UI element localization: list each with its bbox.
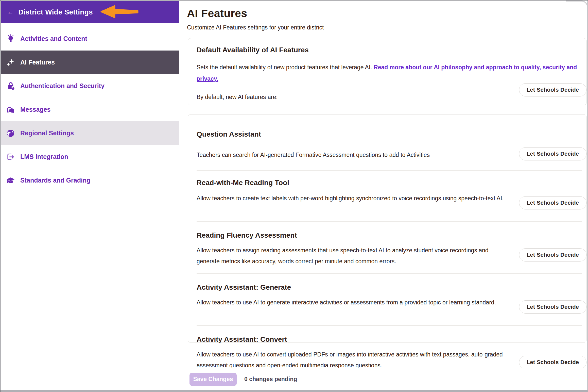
read-with-me-dropdown[interactable]: Let Schools Decide (519, 196, 586, 209)
default-availability-title: Default Availability of AI Features (197, 45, 581, 55)
feature-description: Teachers can search for AI-generated For… (197, 150, 510, 160)
sidebar-nav: Activities and Content AI Features (1, 23, 179, 192)
question-assistant-dropdown[interactable]: Let Schools Decide (519, 147, 586, 160)
lightbulb-icon (6, 34, 15, 43)
main-content: AI Features Customize AI Features settin… (179, 1, 587, 390)
sidebar-item-lms-integration[interactable]: LMS Integration (1, 145, 179, 169)
lock-user-icon (6, 81, 15, 91)
feature-title: Reading Fluency Assessment (197, 222, 510, 240)
sidebar-title: District Wide Settings (18, 8, 93, 16)
sidebar-item-label: Regional Settings (20, 129, 74, 137)
messages-icon (6, 105, 15, 114)
activity-generate-dropdown[interactable]: Let Schools Decide (519, 300, 586, 314)
default-availability-card: Default Availability of AI Features Sets… (188, 38, 587, 105)
feature-read-with-me: Read-with-Me Reading Tool Allow teachers… (188, 171, 586, 221)
sidebar-item-regional-settings[interactable]: Regional Settings (1, 121, 179, 145)
window-corner (566, 1, 588, 9)
district-wide-settings-back[interactable]: ← District Wide Settings (1, 1, 179, 23)
save-changes-button[interactable]: Save Changes (189, 373, 237, 386)
feature-question-assistant: Question Assistant Teachers can search f… (188, 115, 586, 170)
window-edge-bottom (1, 390, 588, 392)
graduation-cap-icon (6, 176, 15, 185)
feature-description: Allow teachers to create text labels wit… (197, 193, 510, 204)
sidebar-item-messages[interactable]: Messages (1, 98, 179, 121)
sidebar-item-authentication-and-security[interactable]: Authentication and Security (1, 74, 179, 98)
feature-title: Read-with-Me Reading Tool (197, 171, 510, 188)
sidebar-item-standards-and-grading[interactable]: Standards and Grading (1, 169, 179, 192)
feature-title: Question Assistant (197, 115, 510, 139)
feature-description: Allow teachers to assign reading assessm… (197, 245, 510, 267)
sidebar-item-ai-features[interactable]: AI Features (1, 51, 179, 74)
sidebar-item-label: Authentication and Security (20, 82, 105, 90)
feature-title: Activity Assistant: Convert (197, 326, 510, 345)
ai-features-card: Question Assistant Teachers can search f… (188, 114, 587, 343)
feature-description: Allow teachers to use AI to generate int… (197, 297, 510, 308)
sidebar-item-label: Messages (20, 106, 51, 113)
sidebar-item-activities-and-content[interactable]: Activities and Content (1, 27, 179, 51)
feature-activity-assistant-generate: Activity Assistant: Generate Allow teach… (188, 274, 586, 325)
page-subtitle: Customize AI Features settings for your … (187, 24, 587, 31)
settings-sidebar: ← District Wide Settings Activities and … (1, 1, 179, 391)
activity-convert-dropdown[interactable]: Let Schools Decide (519, 356, 586, 369)
globe-icon (6, 129, 15, 138)
description-text: Sets the default availability of new pro… (197, 64, 374, 71)
feature-reading-fluency: Reading Fluency Assessment Allow teacher… (188, 222, 586, 273)
sidebar-item-label: LMS Integration (20, 153, 68, 160)
default-availability-dropdown[interactable]: Let Schools Decide (519, 83, 586, 96)
reading-fluency-dropdown[interactable]: Let Schools Decide (519, 248, 586, 262)
changes-pending-status: 0 changes pending (244, 376, 297, 383)
feature-title: Activity Assistant: Generate (197, 274, 510, 292)
sidebar-item-label: Standards and Grading (20, 177, 90, 184)
lms-integration-icon (6, 152, 15, 161)
app-window: ← District Wide Settings Activities and … (0, 0, 588, 392)
sparkles-icon (6, 58, 15, 67)
page-title: AI Features (187, 6, 587, 20)
default-availability-description: Sets the default availability of new pro… (197, 62, 581, 85)
sidebar-item-label: Activities and Content (20, 35, 87, 42)
sidebar-item-label: AI Features (20, 59, 55, 66)
window-edge-right (587, 1, 588, 392)
save-changes-footer: Save Changes 0 changes pending (179, 368, 587, 390)
back-arrow-icon[interactable]: ← (7, 9, 14, 15)
